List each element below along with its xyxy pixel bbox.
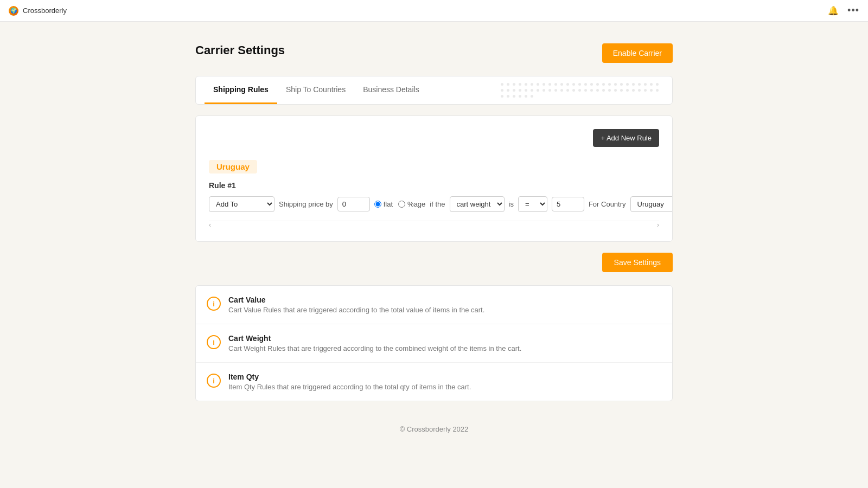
decoration-dot bbox=[644, 89, 647, 92]
decoration-dot bbox=[531, 89, 533, 92]
decoration-dot bbox=[590, 89, 593, 92]
decoration-dot bbox=[501, 83, 503, 86]
flat-percentage-group: flat %age bbox=[374, 200, 426, 208]
decoration-dot bbox=[537, 89, 539, 92]
decoration-dot bbox=[560, 83, 563, 86]
item-qty-icon: i bbox=[207, 374, 221, 388]
cart-weight-desc: Cart Weight Rules that are triggered acc… bbox=[228, 344, 521, 352]
save-row: Save Settings bbox=[195, 253, 673, 272]
condition-value-input[interactable] bbox=[552, 197, 584, 211]
decoration-dot bbox=[519, 83, 521, 86]
decoration-dot bbox=[626, 83, 629, 86]
item-qty-title: Item Qty bbox=[228, 373, 471, 381]
operator-select[interactable]: = > < >= <= bbox=[518, 196, 547, 212]
topbar-right: 🔔 ••• bbox=[828, 5, 859, 16]
decoration-dot bbox=[507, 89, 509, 92]
info-item-cart-value-text: Cart Value Cart Value Rules that are tri… bbox=[228, 296, 484, 314]
decoration-dot bbox=[566, 83, 569, 86]
decoration-dot bbox=[513, 89, 515, 92]
condition-field-select[interactable]: cart weight cart value item qty bbox=[450, 196, 505, 212]
decoration-dot bbox=[513, 83, 515, 86]
decoration-dot bbox=[531, 95, 533, 98]
app-logo-icon: 🌍 bbox=[9, 6, 18, 16]
more-icon[interactable]: ••• bbox=[847, 5, 859, 16]
decoration-dot bbox=[525, 83, 527, 86]
decoration-dot bbox=[531, 83, 533, 86]
decoration-dot bbox=[644, 83, 647, 86]
scroll-right-arrow[interactable]: › bbox=[657, 221, 659, 229]
decoration-dot bbox=[542, 83, 545, 86]
info-item-item-qty: i Item Qty Item Qty Rules that are trigg… bbox=[196, 363, 672, 401]
shipping-price-label: Shipping price by bbox=[279, 200, 333, 208]
footer-text: © Crossborderly 2022 bbox=[400, 425, 469, 433]
decoration-dot bbox=[608, 83, 611, 86]
decoration-dot bbox=[525, 95, 527, 98]
decoration-dot bbox=[620, 89, 623, 92]
page-header: Carrier Settings Enable Carrier bbox=[195, 43, 673, 63]
decoration-dot bbox=[578, 89, 581, 92]
decoration-dot bbox=[537, 83, 539, 86]
decoration-dot bbox=[519, 89, 521, 92]
for-country-label: For Country bbox=[589, 200, 626, 208]
decoration-dot bbox=[650, 89, 653, 92]
decoration-dot bbox=[584, 83, 587, 86]
decoration-dot bbox=[614, 89, 617, 92]
flat-radio-label[interactable]: flat bbox=[374, 200, 393, 208]
decoration-dot bbox=[638, 89, 641, 92]
country-label: Uruguay bbox=[209, 160, 257, 174]
decoration-dot bbox=[656, 89, 659, 92]
decoration-dot bbox=[632, 89, 635, 92]
rule-number: Rule #1 bbox=[209, 181, 659, 190]
tabs-list: Shipping Rules Ship To Countries Busines… bbox=[205, 76, 428, 104]
decoration-dot bbox=[566, 89, 569, 92]
decoration-dot bbox=[584, 89, 587, 92]
bell-icon[interactable]: 🔔 bbox=[828, 5, 839, 16]
decoration-dot bbox=[656, 83, 659, 86]
decoration-dot bbox=[525, 89, 527, 92]
decoration-dot bbox=[507, 83, 509, 86]
cart-value-title: Cart Value bbox=[228, 296, 484, 304]
decoration-dot bbox=[602, 83, 605, 86]
tab-shipping-rules[interactable]: Shipping Rules bbox=[205, 76, 277, 104]
decoration-dot bbox=[608, 89, 611, 92]
save-settings-button[interactable]: Save Settings bbox=[602, 253, 673, 272]
cart-weight-title: Cart Weight bbox=[228, 334, 521, 343]
topbar: 🌍 Crossborderly 🔔 ••• bbox=[0, 0, 868, 22]
cart-value-icon: i bbox=[207, 297, 221, 311]
decoration-dot bbox=[554, 83, 557, 86]
scroll-left-arrow[interactable]: ‹ bbox=[209, 221, 211, 229]
tab-business-details[interactable]: Business Details bbox=[354, 76, 428, 104]
flat-radio[interactable] bbox=[374, 201, 381, 208]
page-footer: © Crossborderly 2022 bbox=[195, 414, 673, 450]
cart-weight-icon: i bbox=[207, 335, 221, 349]
rules-card-header: + Add New Rule bbox=[209, 129, 659, 147]
decoration-dot bbox=[501, 95, 503, 98]
decoration-dot bbox=[554, 89, 557, 92]
decoration-dot bbox=[560, 89, 563, 92]
add-new-rule-button[interactable]: + Add New Rule bbox=[593, 129, 659, 147]
decoration-dot bbox=[596, 89, 599, 92]
info-card: i Cart Value Cart Value Rules that are t… bbox=[195, 285, 673, 401]
decoration-dot bbox=[614, 83, 617, 86]
topbar-left: 🌍 Crossborderly bbox=[9, 6, 67, 16]
decoration-dot bbox=[501, 89, 503, 92]
scroll-strip: ‹ › bbox=[209, 221, 659, 228]
tab-ship-to-countries[interactable]: Ship To Countries bbox=[277, 76, 354, 104]
enable-carrier-button[interactable]: Enable Carrier bbox=[602, 43, 673, 63]
decoration-dot bbox=[590, 83, 593, 86]
operation-select[interactable]: Add To Subtract From bbox=[209, 196, 275, 212]
percentage-radio[interactable] bbox=[398, 201, 405, 208]
decoration-dot bbox=[513, 95, 515, 98]
decoration-dot bbox=[578, 83, 581, 86]
country-select[interactable]: Uruguay Argentina Brazil bbox=[630, 196, 673, 212]
decoration-dot bbox=[572, 89, 575, 92]
rules-card: + Add New Rule Uruguay Rule #1 Add To Su… bbox=[195, 115, 673, 242]
info-item-cart-weight-text: Cart Weight Cart Weight Rules that are t… bbox=[228, 334, 521, 352]
cart-value-desc: Cart Value Rules that are triggered acco… bbox=[228, 306, 484, 314]
percentage-radio-label[interactable]: %age bbox=[398, 200, 425, 208]
app-name: Crossborderly bbox=[23, 7, 67, 15]
shipping-price-input[interactable] bbox=[337, 197, 370, 211]
decoration-dot bbox=[519, 95, 521, 98]
decoration-dot bbox=[542, 89, 545, 92]
item-qty-desc: Item Qty Rules that are triggered accord… bbox=[228, 383, 471, 391]
